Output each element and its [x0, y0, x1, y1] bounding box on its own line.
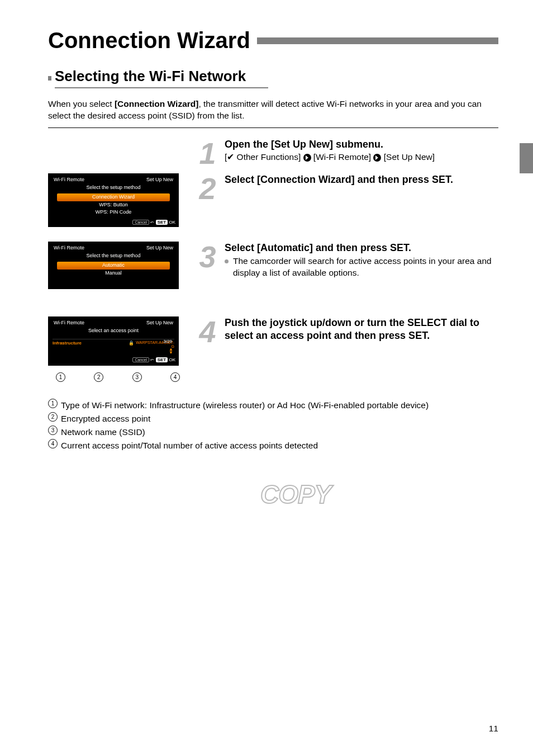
steps-wrap: COPY 1 Open the [Set Up New] submenu. [✔…	[48, 138, 498, 382]
arrow-right-icon	[303, 154, 311, 162]
legend-num-4: 4	[48, 439, 58, 448]
lcd-option-manual: Manual	[51, 270, 175, 277]
lcd-footer: Cancel ⤺ SET OK	[51, 357, 175, 362]
ok-label: OK	[169, 357, 175, 362]
lcd-header-right: Set Up New	[146, 320, 173, 325]
legend-list: 1 Type of Wi-Fi network: Infrastructure …	[48, 399, 498, 452]
lcd-footer: Cancel ⤺ SET OK	[51, 220, 175, 225]
legend-item-3: 3 Network name (SSID)	[48, 426, 498, 439]
lcd-header-left: Wi-Fi Remote	[54, 177, 84, 182]
section-marker	[48, 76, 51, 81]
step-3: Wi-Fi Remote Set Up New Select the setup…	[48, 242, 498, 309]
legend-text-3: Network name (SSID)	[61, 426, 498, 439]
legend-num-2: 2	[48, 412, 58, 422]
step-1: 1 Open the [Set Up New] submenu. [✔ Othe…	[48, 138, 498, 166]
bullet-icon	[225, 259, 229, 263]
title-bar	[257, 37, 498, 44]
legend-item-4: 4 Current access point/Total number of a…	[48, 439, 498, 452]
page-title: Connection Wizard	[48, 28, 250, 53]
arrow-right-icon	[373, 154, 381, 162]
legend-num-3: 3	[48, 426, 58, 435]
step-4-number: 4	[193, 320, 220, 344]
step-1-path: [✔ Other Functions] [Wi-Fi Remote] [Set …	[225, 152, 498, 163]
lcd-option-wps-pin: WPS: PIN Code	[51, 209, 175, 216]
lcd-header-right: Set Up New	[146, 245, 173, 251]
lcd-ap-row: Infrastructure 🔒 WARPSTAR-A4C867-G	[53, 339, 174, 348]
back-icon: ⤺	[150, 220, 154, 225]
page-title-row: Connection Wizard	[48, 28, 498, 53]
separator-line	[48, 127, 498, 128]
cancel-label: Cancel	[132, 357, 149, 362]
callout-1: 1	[56, 372, 65, 382]
cancel-label: Cancel	[132, 220, 149, 225]
lock-icon: 🔒	[127, 341, 135, 348]
step-3-number: 3	[193, 245, 220, 269]
set-label: SET	[156, 357, 168, 362]
lcd-header-left: Wi-Fi Remote	[54, 320, 84, 325]
lcd-count: 3/29	[163, 339, 172, 344]
screenshot-step-3: Wi-Fi Remote Set Up New Select the setup…	[48, 242, 179, 289]
legend-text-4: Current access point/Total number of act…	[61, 439, 498, 452]
lcd-option-wps-button: WPS: Button	[51, 201, 175, 209]
lcd-network-type: Infrastructure	[53, 341, 85, 348]
lcd-header-left: Wi-Fi Remote	[54, 245, 84, 251]
step-4: Wi-Fi Remote Set Up New Select an access…	[48, 316, 498, 382]
lcd-header-right: Set Up New	[146, 177, 173, 182]
wrench-icon: ✔	[227, 152, 234, 162]
step-3-title: Select [Automatic] and then press SET.	[225, 242, 498, 254]
step-3-bullet: The camcorder will search for active acc…	[225, 256, 498, 279]
step-1-title: Open the [Set Up New] submenu.	[225, 138, 498, 151]
lcd-option-automatic: Automatic	[57, 262, 170, 270]
section-title-row: Selecting the Wi-Fi Network	[48, 68, 498, 88]
callout-4: 4	[170, 372, 180, 382]
step-2-number: 2	[193, 177, 220, 201]
callout-3: 3	[132, 372, 142, 382]
step-1-number: 1	[193, 141, 220, 166]
lcd-subtitle: Select the setup method	[51, 253, 175, 258]
page: Connection Wizard Selecting the Wi-Fi Ne…	[0, 0, 533, 756]
screenshot-step-2: Wi-Fi Remote Set Up New Select the setup…	[48, 173, 179, 227]
section-title: Selecting the Wi-Fi Network	[55, 68, 268, 88]
lcd-subtitle: Select an access point	[51, 328, 175, 333]
scroll-arrows-icon: ▲▼	[169, 348, 173, 355]
intro-bold: [Connection Wizard]	[115, 99, 199, 108]
lcd-option-connection-wizard: Connection Wizard	[57, 193, 170, 201]
set-label: SET	[156, 220, 168, 225]
screenshot-step-4: Wi-Fi Remote Set Up New Select an access…	[48, 316, 179, 366]
step-4-title: Push the joystick up/down or turn the SE…	[225, 316, 498, 342]
lcd-subtitle: Select the setup method	[51, 185, 175, 190]
intro-prefix: When you select	[48, 99, 115, 108]
callout-row: 1 2 3 4	[48, 372, 184, 382]
legend-item-2: 2 Encrypted access point	[48, 412, 498, 426]
ok-label: OK	[169, 220, 175, 225]
legend-num-1: 1	[48, 399, 58, 408]
edge-tab	[520, 143, 533, 173]
step-2: Wi-Fi Remote Set Up New Select the setup…	[48, 173, 498, 234]
step-2-title: Select [Connection Wizard] and then pres…	[225, 173, 498, 186]
page-number: 11	[489, 724, 498, 734]
legend-text-2: Encrypted access point	[61, 412, 498, 426]
callout-2: 2	[94, 372, 103, 382]
intro-paragraph: When you select [Connection Wizard], the…	[48, 98, 498, 122]
watermark: COPY	[260, 479, 331, 509]
legend-text-1: Type of Wi-Fi network: Infrastructure (w…	[61, 399, 498, 412]
back-icon: ⤺	[150, 357, 154, 362]
step-3-bullet-text: The camcorder will search for active acc…	[233, 256, 498, 279]
legend-item-1: 1 Type of Wi-Fi network: Infrastructure …	[48, 399, 498, 412]
